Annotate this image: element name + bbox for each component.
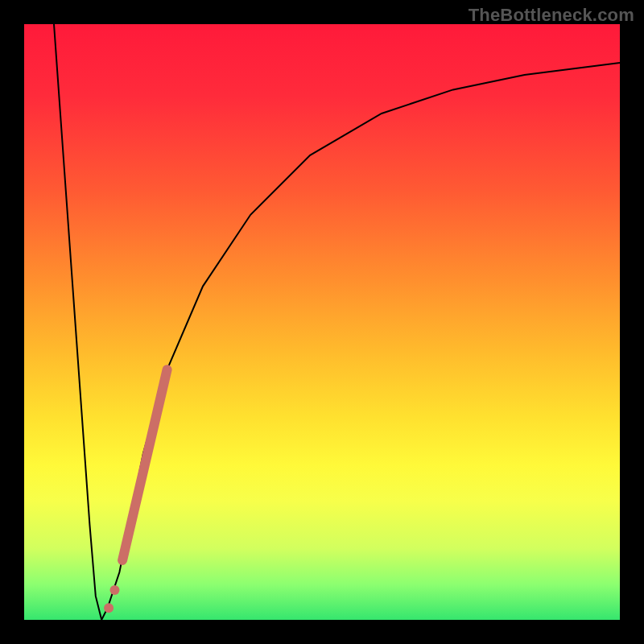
watermark-text: TheBottleneck.com [469,5,634,26]
highlight-segment [122,369,167,560]
highlight-dot [109,585,119,595]
plot-overlay [24,24,620,620]
highlight-dot [104,603,114,613]
bottleneck-curve [54,24,620,620]
chart-frame: TheBottleneck.com [0,0,644,644]
